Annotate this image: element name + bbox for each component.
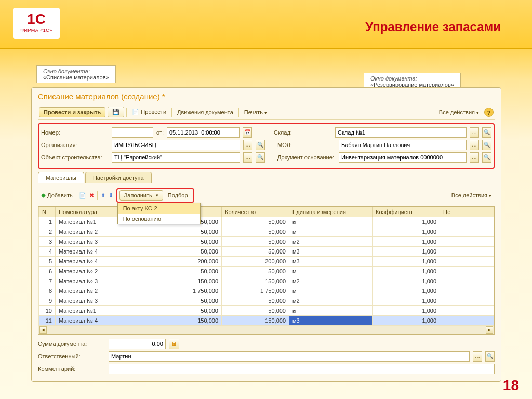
cell-item: Материал № 3 — [56, 296, 159, 306]
col-qty[interactable]: Количество — [222, 207, 289, 217]
org-input[interactable] — [112, 140, 240, 150]
movements-button[interactable]: Движения документа — [174, 108, 236, 117]
toolbar-separator — [97, 191, 98, 200]
cell-unit: м3 — [289, 247, 373, 257]
move-up-icon[interactable]: ⬆ — [101, 192, 105, 199]
search-icon[interactable]: 🔍 — [485, 351, 495, 362]
select-icon[interactable]: … — [470, 127, 479, 138]
cell-unit: м2 — [289, 296, 373, 306]
cell-coef: 1,000 — [373, 247, 440, 257]
table-row[interactable]: 5Материал № 4200,000200,000м31,000 — [39, 257, 494, 267]
post-button[interactable]: 📄 Провести — [129, 107, 169, 117]
header-fields-group: Номер: от: 📅 Склад: … 🔍 Организация: … 🔍… — [38, 123, 495, 169]
copy-row-icon[interactable]: 📄 — [79, 192, 86, 199]
cell-coef: 1,000 — [373, 296, 440, 306]
search-icon[interactable]: 🔍 — [482, 127, 491, 138]
table-row[interactable]: 11Материал № 4150,000150,000м31,000 — [39, 316, 494, 326]
obj-input[interactable] — [112, 152, 240, 163]
delete-row-icon[interactable]: ✖ — [89, 192, 94, 199]
search-icon[interactable]: 🔍 — [256, 140, 265, 150]
all-actions-button[interactable]: Все действия — [436, 108, 482, 117]
help-button[interactable]: ? — [484, 108, 494, 117]
cell-unit: м2 — [289, 237, 373, 247]
fill-dropdown-button[interactable]: Заполнить — [119, 190, 163, 201]
cell-coef: 1,000 — [373, 217, 440, 227]
cell-n: 5 — [39, 257, 56, 267]
col-n[interactable]: N — [39, 207, 56, 217]
toolbar-separator — [238, 108, 239, 117]
add-row-button[interactable]: ⊕ Добавить — [38, 191, 76, 201]
cell-unit: кг — [289, 217, 373, 227]
grid-all-actions-button[interactable]: Все действия — [448, 191, 495, 200]
materials-grid: N Номенклатура Количество Единица измере… — [38, 206, 495, 335]
cell-q1: 50,000 — [159, 237, 222, 247]
cell-unit: кг — [289, 306, 373, 316]
cell-coef: 1,000 — [373, 237, 440, 247]
select-icon[interactable]: … — [243, 152, 252, 163]
horizontal-scrollbar[interactable]: ◄ ► — [38, 326, 494, 334]
table-row[interactable]: 7Материал № 3150,000150,000м21,000 — [39, 276, 494, 286]
annotation-right-label: Окно документа: — [370, 75, 417, 82]
plus-icon: ⊕ — [41, 192, 46, 198]
tab-access-settings[interactable]: Настройки доступа — [85, 172, 152, 183]
move-down-icon[interactable]: ⬇ — [109, 192, 113, 199]
col-price[interactable]: Це — [440, 207, 494, 217]
sum-input[interactable] — [109, 339, 166, 349]
fill-group-highlight: Заполнить Подбор По акту КС-2 По основан… — [116, 188, 194, 203]
table-row[interactable]: 4Материал № 450,00050,000м31,000 — [39, 247, 494, 257]
table-row[interactable]: 10Материал №150,00050,000кг1,000 — [39, 306, 494, 316]
cell-q2: 200,000 — [222, 257, 289, 267]
cell-item: Материал № 4 — [56, 257, 159, 267]
warehouse-input[interactable] — [335, 127, 467, 138]
select-icon[interactable]: … — [473, 351, 482, 362]
table-row[interactable]: 6Материал № 250,00050,000м1,000 — [39, 267, 494, 276]
col-coef[interactable]: Коэффициент — [373, 207, 440, 217]
calculator-icon[interactable]: 🖩 — [169, 339, 179, 349]
search-icon[interactable]: 🔍 — [482, 152, 491, 163]
scroll-right-icon[interactable]: ► — [486, 326, 493, 334]
cell-q2: 50,000 — [222, 267, 289, 276]
table-row[interactable]: 3Материал № 350,00050,000м21,000 — [39, 237, 494, 247]
select-icon[interactable]: … — [470, 140, 479, 150]
slide-title: Управление запасами — [365, 20, 501, 34]
tab-materials[interactable]: Материалы — [38, 172, 84, 183]
cell-n: 6 — [39, 267, 56, 276]
obj-label: Объект строительства: — [41, 154, 109, 161]
toolbar-separator — [171, 108, 172, 117]
select-icon[interactable]: … — [470, 152, 479, 163]
cell-price — [440, 306, 494, 316]
table-row[interactable]: 8Материал № 21 750,0001 750,000м1,000 — [39, 286, 494, 296]
search-icon[interactable]: 🔍 — [482, 140, 491, 150]
date-input[interactable] — [167, 127, 240, 138]
number-input[interactable] — [112, 127, 153, 138]
menu-item-ks2[interactable]: По акту КС-2 — [118, 203, 200, 214]
post-and-close-button[interactable]: Провести и закрыть — [39, 107, 105, 117]
basis-input[interactable] — [339, 152, 467, 163]
cell-price — [440, 267, 494, 276]
menu-item-basis[interactable]: По основанию — [118, 214, 200, 224]
calendar-icon[interactable]: 📅 — [243, 127, 252, 138]
cell-q1: 50,000 — [159, 306, 222, 316]
resp-input[interactable] — [109, 351, 470, 362]
cell-q1: 50,000 — [159, 296, 222, 306]
cell-n: 8 — [39, 286, 56, 296]
select-icon[interactable]: … — [243, 140, 252, 150]
cell-price — [440, 217, 494, 227]
slide-page-number: 18 — [503, 377, 519, 394]
cell-q1: 200,000 — [159, 257, 222, 267]
table-row[interactable]: 1Материал №150,00050,000кг1,000 — [39, 217, 494, 227]
pick-button[interactable]: Подбор — [165, 191, 191, 200]
cell-q2: 50,000 — [222, 247, 289, 257]
cell-q2: 150,000 — [222, 316, 289, 326]
save-button[interactable]: 💾 — [108, 107, 124, 117]
mol-input[interactable] — [339, 140, 467, 150]
table-row[interactable]: 9Материал № 350,00050,000м21,000 — [39, 296, 494, 306]
print-button[interactable]: Печать — [241, 108, 270, 117]
comment-input[interactable] — [109, 364, 495, 374]
scroll-left-icon[interactable]: ◄ — [39, 326, 47, 334]
footer-fields: Сумма документа: 🖩 Ответственный: … 🔍 Ко… — [38, 339, 495, 374]
col-unit[interactable]: Единица измерения — [289, 207, 373, 217]
search-icon[interactable]: 🔍 — [256, 152, 265, 163]
table-row[interactable]: 2Материал № 250,00050,000м1,000 — [39, 227, 494, 237]
cell-q1: 50,000 — [159, 267, 222, 276]
